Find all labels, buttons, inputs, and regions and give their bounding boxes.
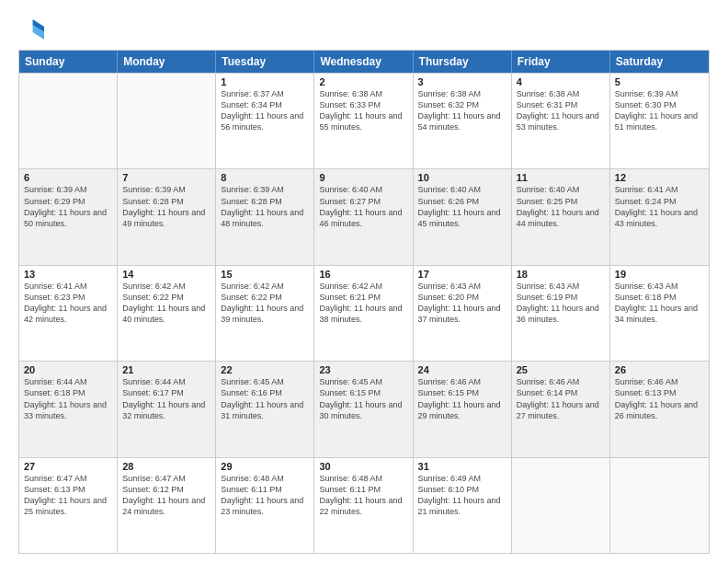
header-day-friday: Friday — [512, 51, 610, 73]
day-number: 31 — [418, 461, 506, 472]
day-number: 20 — [24, 364, 112, 375]
cell-info: Sunrise: 6:44 AM Sunset: 6:17 PM Dayligh… — [122, 376, 210, 421]
day-number: 14 — [122, 269, 210, 280]
calendar-cell — [19, 74, 118, 168]
calendar-cell: 24Sunrise: 6:46 AM Sunset: 6:15 PM Dayli… — [414, 362, 512, 456]
calendar-cell: 15Sunrise: 6:42 AM Sunset: 6:22 PM Dayli… — [216, 266, 314, 361]
day-number: 15 — [221, 269, 309, 280]
calendar-cell: 16Sunrise: 6:42 AM Sunset: 6:21 PM Dayli… — [314, 266, 413, 361]
calendar-cell: 12Sunrise: 6:41 AM Sunset: 6:24 PM Dayli… — [610, 169, 709, 264]
day-number: 7 — [122, 172, 210, 183]
calendar-cell: 20Sunrise: 6:44 AM Sunset: 6:18 PM Dayli… — [19, 362, 118, 456]
calendar-cell: 30Sunrise: 6:48 AM Sunset: 6:11 PM Dayli… — [314, 458, 413, 553]
cell-info: Sunrise: 6:46 AM Sunset: 6:13 PM Dayligh… — [615, 376, 704, 421]
day-number: 1 — [221, 76, 309, 87]
cell-info: Sunrise: 6:48 AM Sunset: 6:11 PM Dayligh… — [319, 473, 407, 518]
cell-info: Sunrise: 6:40 AM Sunset: 6:27 PM Dayligh… — [319, 184, 407, 229]
calendar-cell: 8Sunrise: 6:39 AM Sunset: 6:28 PM Daylig… — [216, 169, 314, 264]
logo — [18, 17, 48, 42]
calendar-cell: 9Sunrise: 6:40 AM Sunset: 6:27 PM Daylig… — [314, 169, 413, 264]
header-day-monday: Monday — [118, 51, 216, 73]
day-number: 24 — [418, 364, 506, 375]
cell-info: Sunrise: 6:40 AM Sunset: 6:26 PM Dayligh… — [418, 184, 506, 229]
calendar-row-2: 6Sunrise: 6:39 AM Sunset: 6:29 PM Daylig… — [19, 168, 709, 264]
header-day-wednesday: Wednesday — [314, 51, 413, 73]
calendar-cell: 22Sunrise: 6:45 AM Sunset: 6:16 PM Dayli… — [216, 362, 314, 456]
cell-info: Sunrise: 6:43 AM Sunset: 6:20 PM Dayligh… — [418, 281, 506, 326]
calendar-cell: 3Sunrise: 6:38 AM Sunset: 6:32 PM Daylig… — [414, 74, 512, 168]
day-number: 11 — [517, 172, 605, 183]
logo-icon — [18, 17, 44, 42]
calendar-cell: 10Sunrise: 6:40 AM Sunset: 6:26 PM Dayli… — [414, 169, 512, 264]
calendar-header: SundayMondayTuesdayWednesdayThursdayFrid… — [19, 51, 709, 73]
cell-info: Sunrise: 6:42 AM Sunset: 6:22 PM Dayligh… — [122, 281, 210, 326]
day-number: 10 — [418, 172, 506, 183]
day-number: 13 — [24, 269, 112, 280]
calendar-cell: 19Sunrise: 6:43 AM Sunset: 6:18 PM Dayli… — [610, 266, 709, 361]
calendar-cell: 23Sunrise: 6:45 AM Sunset: 6:15 PM Dayli… — [314, 362, 413, 456]
cell-info: Sunrise: 6:39 AM Sunset: 6:30 PM Dayligh… — [615, 88, 704, 133]
header-day-thursday: Thursday — [414, 51, 512, 73]
day-number: 5 — [615, 76, 704, 87]
day-number: 28 — [122, 461, 210, 472]
cell-info: Sunrise: 6:44 AM Sunset: 6:18 PM Dayligh… — [24, 376, 112, 421]
calendar-cell — [610, 458, 709, 553]
calendar-row-4: 20Sunrise: 6:44 AM Sunset: 6:18 PM Dayli… — [19, 361, 709, 456]
day-number: 19 — [615, 269, 704, 280]
calendar-cell: 17Sunrise: 6:43 AM Sunset: 6:20 PM Dayli… — [414, 266, 512, 361]
calendar-cell: 18Sunrise: 6:43 AM Sunset: 6:19 PM Dayli… — [512, 266, 610, 361]
day-number: 2 — [319, 76, 407, 87]
day-number: 21 — [122, 364, 210, 375]
cell-info: Sunrise: 6:42 AM Sunset: 6:21 PM Dayligh… — [319, 281, 407, 326]
day-number: 4 — [517, 76, 605, 87]
cell-info: Sunrise: 6:45 AM Sunset: 6:16 PM Dayligh… — [221, 376, 309, 421]
day-number: 29 — [221, 461, 309, 472]
calendar-cell: 28Sunrise: 6:47 AM Sunset: 6:12 PM Dayli… — [118, 458, 216, 553]
calendar-cell: 27Sunrise: 6:47 AM Sunset: 6:13 PM Dayli… — [19, 458, 118, 553]
header-day-saturday: Saturday — [610, 51, 709, 73]
header-day-sunday: Sunday — [19, 51, 118, 73]
day-number: 9 — [319, 172, 407, 183]
cell-info: Sunrise: 6:41 AM Sunset: 6:23 PM Dayligh… — [24, 281, 112, 326]
cell-info: Sunrise: 6:39 AM Sunset: 6:28 PM Dayligh… — [221, 184, 309, 229]
cell-info: Sunrise: 6:40 AM Sunset: 6:25 PM Dayligh… — [517, 184, 605, 229]
day-number: 25 — [517, 364, 605, 375]
day-number: 18 — [517, 269, 605, 280]
calendar-cell: 21Sunrise: 6:44 AM Sunset: 6:17 PM Dayli… — [118, 362, 216, 456]
day-number: 26 — [615, 364, 704, 375]
calendar: SundayMondayTuesdayWednesdayThursdayFrid… — [18, 50, 710, 554]
day-number: 8 — [221, 172, 309, 183]
calendar-cell: 13Sunrise: 6:41 AM Sunset: 6:23 PM Dayli… — [19, 266, 118, 361]
cell-info: Sunrise: 6:48 AM Sunset: 6:11 PM Dayligh… — [221, 473, 309, 518]
cell-info: Sunrise: 6:43 AM Sunset: 6:18 PM Dayligh… — [615, 281, 704, 326]
cell-info: Sunrise: 6:49 AM Sunset: 6:10 PM Dayligh… — [418, 473, 506, 518]
cell-info: Sunrise: 6:38 AM Sunset: 6:31 PM Dayligh… — [517, 88, 605, 133]
cell-info: Sunrise: 6:39 AM Sunset: 6:29 PM Dayligh… — [24, 184, 112, 229]
calendar-body: 1Sunrise: 6:37 AM Sunset: 6:34 PM Daylig… — [19, 73, 709, 553]
calendar-cell: 11Sunrise: 6:40 AM Sunset: 6:25 PM Dayli… — [512, 169, 610, 264]
day-number: 6 — [24, 172, 112, 183]
day-number: 17 — [418, 269, 506, 280]
cell-info: Sunrise: 6:42 AM Sunset: 6:22 PM Dayligh… — [221, 281, 309, 326]
day-number: 27 — [24, 461, 112, 472]
day-number: 22 — [221, 364, 309, 375]
cell-info: Sunrise: 6:46 AM Sunset: 6:15 PM Dayligh… — [418, 376, 506, 421]
day-number: 3 — [418, 76, 506, 87]
calendar-row-1: 1Sunrise: 6:37 AM Sunset: 6:34 PM Daylig… — [19, 73, 709, 168]
calendar-cell: 31Sunrise: 6:49 AM Sunset: 6:10 PM Dayli… — [414, 458, 512, 553]
calendar-cell: 5Sunrise: 6:39 AM Sunset: 6:30 PM Daylig… — [610, 74, 709, 168]
calendar-row-5: 27Sunrise: 6:47 AM Sunset: 6:13 PM Dayli… — [19, 457, 709, 553]
calendar-cell: 14Sunrise: 6:42 AM Sunset: 6:22 PM Dayli… — [118, 266, 216, 361]
calendar-cell: 25Sunrise: 6:46 AM Sunset: 6:14 PM Dayli… — [512, 362, 610, 456]
cell-info: Sunrise: 6:46 AM Sunset: 6:14 PM Dayligh… — [517, 376, 605, 421]
calendar-row-3: 13Sunrise: 6:41 AM Sunset: 6:23 PM Dayli… — [19, 265, 709, 361]
cell-info: Sunrise: 6:47 AM Sunset: 6:12 PM Dayligh… — [122, 473, 210, 518]
cell-info: Sunrise: 6:38 AM Sunset: 6:33 PM Dayligh… — [319, 88, 407, 133]
cell-info: Sunrise: 6:47 AM Sunset: 6:13 PM Dayligh… — [24, 473, 112, 518]
calendar-cell — [118, 74, 216, 168]
calendar-cell: 26Sunrise: 6:46 AM Sunset: 6:13 PM Dayli… — [610, 362, 709, 456]
calendar-cell: 7Sunrise: 6:39 AM Sunset: 6:28 PM Daylig… — [118, 169, 216, 264]
calendar-cell: 29Sunrise: 6:48 AM Sunset: 6:11 PM Dayli… — [216, 458, 314, 553]
calendar-cell: 6Sunrise: 6:39 AM Sunset: 6:29 PM Daylig… — [19, 169, 118, 264]
calendar-cell: 4Sunrise: 6:38 AM Sunset: 6:31 PM Daylig… — [512, 74, 610, 168]
